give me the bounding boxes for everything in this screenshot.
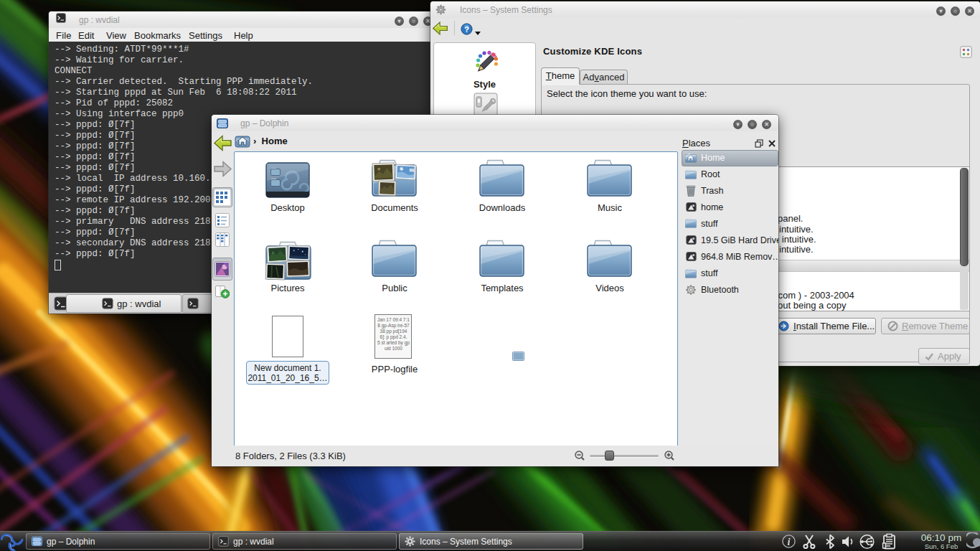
svg-text:i: i <box>788 537 791 547</box>
svg-text:?: ? <box>464 25 469 34</box>
svg-text:88: 88 <box>409 168 415 172</box>
